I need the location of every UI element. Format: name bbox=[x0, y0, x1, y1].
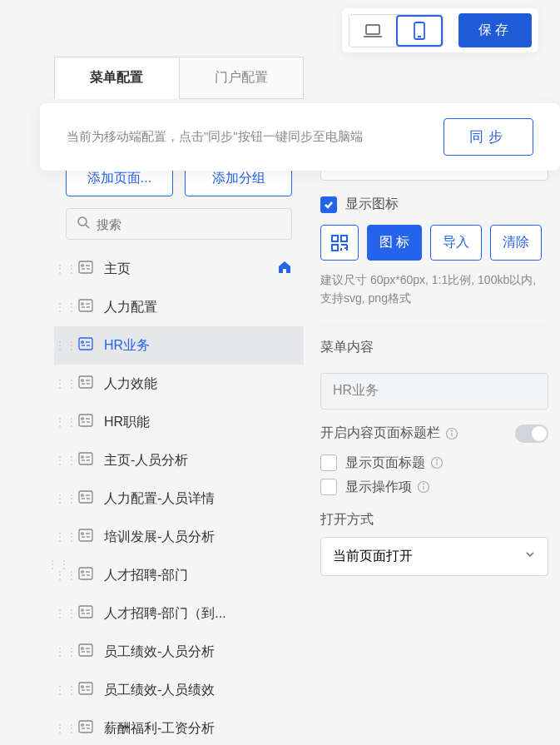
svg-rect-73 bbox=[332, 245, 338, 251]
tree-item[interactable]: ⋮⋮HR业务 bbox=[54, 326, 304, 365]
import-button[interactable]: 导入 bbox=[430, 225, 482, 261]
page-icon bbox=[77, 412, 94, 432]
page-icon bbox=[77, 259, 94, 279]
show-icon-check[interactable]: 显示图标 bbox=[320, 196, 548, 213]
svg-rect-11 bbox=[79, 300, 92, 311]
tree-item-label: 主页-人员分析 bbox=[104, 452, 292, 469]
tree-item-label: 员工绩效-人员绩效 bbox=[104, 682, 292, 699]
save-button[interactable]: 保存 bbox=[458, 13, 532, 47]
show-icon-checkbox[interactable] bbox=[320, 196, 337, 213]
page-icon bbox=[77, 335, 94, 355]
search-box[interactable] bbox=[66, 208, 292, 240]
laptop-icon bbox=[363, 22, 383, 39]
tree-item[interactable]: ⋮⋮薪酬福利-工资分析 bbox=[54, 709, 304, 745]
svg-point-27 bbox=[82, 418, 83, 420]
topbar: 保存 bbox=[342, 8, 538, 52]
icon-button[interactable]: 图标 bbox=[367, 225, 422, 261]
home-icon bbox=[277, 260, 292, 278]
tree-item-label: 人才招聘-部门（到... bbox=[104, 605, 292, 623]
drag-handle-icon[interactable]: ⋮⋮ bbox=[54, 722, 69, 735]
divider bbox=[320, 325, 548, 325]
notice-text: 当前为移动端配置，点击"同步"按钮一键同步至电脑端 bbox=[67, 129, 363, 145]
page-icon bbox=[77, 680, 94, 700]
tree-item[interactable]: ⋮⋮培训发展-人员分析 bbox=[54, 518, 304, 556]
titlebar-toggle[interactable] bbox=[515, 425, 548, 443]
tree-item[interactable]: ⋮⋮主页 bbox=[54, 250, 304, 288]
tree-item[interactable]: ⋮⋮人才招聘-部门（到... bbox=[54, 594, 304, 633]
svg-point-57 bbox=[82, 648, 83, 649]
check-icon bbox=[323, 199, 335, 211]
page-icon bbox=[77, 603, 94, 623]
tree-item[interactable]: ⋮⋮员工绩效-人员绩效 bbox=[54, 671, 304, 709]
tree-item-label: 人才招聘-部门 bbox=[104, 567, 292, 584]
page-icon bbox=[77, 565, 94, 585]
svg-point-67 bbox=[82, 724, 83, 726]
tree-item-label: 员工绩效-人员分析 bbox=[104, 643, 292, 661]
page-tree: ⋮⋮主页⋮⋮人力配置⋮⋮HR业务⋮⋮人力效能⋮⋮HR职能⋮⋮主页-人员分析⋮⋮人… bbox=[54, 250, 304, 745]
show-actions-checkbox[interactable] bbox=[320, 479, 337, 495]
page-icon bbox=[77, 642, 94, 662]
svg-point-62 bbox=[82, 686, 83, 688]
tree-item[interactable]: ⋮⋮主页-人员分析 bbox=[54, 441, 304, 479]
drag-handle-icon[interactable]: ⋮⋮ bbox=[54, 339, 69, 352]
drag-handle-icon[interactable]: ⋮⋮ bbox=[54, 530, 69, 544]
svg-rect-41 bbox=[79, 529, 92, 541]
info-icon bbox=[430, 456, 444, 469]
svg-point-37 bbox=[82, 494, 83, 496]
mobile-device-button[interactable] bbox=[396, 15, 443, 47]
desktop-device-button[interactable] bbox=[349, 15, 396, 47]
drag-handle-icon[interactable]: ⋮⋮ bbox=[54, 300, 69, 314]
drag-handle-icon[interactable]: ⋮⋮ bbox=[54, 262, 69, 276]
drag-handle-icon[interactable]: ⋮⋮ bbox=[54, 683, 69, 697]
show-page-title-check[interactable]: 显示页面标题 bbox=[320, 454, 548, 472]
tree-item-label: 培训发展-人员分析 bbox=[104, 529, 292, 546]
svg-point-47 bbox=[82, 571, 83, 573]
tab-portal-config[interactable]: 门户配置 bbox=[179, 57, 305, 99]
svg-rect-36 bbox=[79, 491, 92, 503]
svg-rect-31 bbox=[79, 453, 92, 464]
svg-rect-0 bbox=[366, 25, 379, 34]
sync-button[interactable]: 同步 bbox=[444, 118, 533, 156]
qr-icon-button[interactable] bbox=[320, 225, 359, 261]
tab-menu-config[interactable]: 菜单配置 bbox=[54, 57, 179, 99]
open-mode-select[interactable]: 当前页面打开 bbox=[320, 537, 548, 576]
open-mode-value: 当前页面打开 bbox=[333, 548, 413, 565]
menu-content-input[interactable] bbox=[320, 373, 548, 410]
panel-drag-handle[interactable]: ⋮⋮ bbox=[47, 558, 70, 571]
tree-item[interactable]: ⋮⋮员工绩效-人员分析 bbox=[54, 633, 304, 671]
svg-point-80 bbox=[452, 430, 453, 431]
page-icon bbox=[77, 297, 94, 317]
drag-handle-icon[interactable]: ⋮⋮ bbox=[54, 415, 69, 429]
svg-point-42 bbox=[82, 533, 83, 534]
drag-handle-icon[interactable]: ⋮⋮ bbox=[54, 607, 69, 620]
tree-item[interactable]: ⋮⋮HR职能 bbox=[54, 403, 304, 441]
search-input[interactable] bbox=[97, 217, 281, 231]
show-actions-check[interactable]: 显示操作项 bbox=[320, 479, 548, 496]
tree-item[interactable]: ⋮⋮人力配置 bbox=[54, 288, 304, 326]
sub-checks: 显示页面标题 显示操作项 bbox=[320, 454, 548, 496]
drag-handle-icon[interactable]: ⋮⋮ bbox=[54, 645, 69, 658]
titlebar-toggle-row: 开启内容页面标题栏 bbox=[320, 425, 548, 443]
tree-item-label: 人力效能 bbox=[104, 375, 292, 393]
tree-item[interactable]: ⋮⋮人力效能 bbox=[54, 365, 304, 403]
show-page-title-checkbox[interactable] bbox=[320, 454, 337, 471]
tree-item-label: HR业务 bbox=[104, 337, 292, 355]
tree-item[interactable]: ⋮⋮人力配置-人员详情 bbox=[54, 479, 304, 518]
open-mode-label: 打开方式 bbox=[320, 511, 548, 529]
clear-button[interactable]: 清除 bbox=[490, 225, 542, 261]
menu-content-label: 菜单内容 bbox=[320, 339, 548, 356]
drag-handle-icon[interactable]: ⋮⋮ bbox=[54, 454, 69, 467]
drag-handle-icon[interactable]: ⋮⋮ bbox=[54, 377, 69, 390]
qr-icon bbox=[330, 233, 349, 253]
svg-rect-66 bbox=[79, 721, 92, 733]
search-icon bbox=[77, 216, 90, 232]
svg-rect-21 bbox=[79, 376, 92, 388]
tree-item[interactable]: ⋮⋮人才招聘-部门 bbox=[54, 556, 304, 594]
svg-point-32 bbox=[82, 456, 83, 458]
svg-line-5 bbox=[86, 225, 89, 228]
svg-point-12 bbox=[82, 303, 83, 305]
svg-point-4 bbox=[78, 217, 87, 226]
tree-item-label: 人力配置 bbox=[104, 299, 292, 316]
drag-handle-icon[interactable]: ⋮⋮ bbox=[54, 492, 69, 505]
page-icon bbox=[77, 450, 94, 470]
